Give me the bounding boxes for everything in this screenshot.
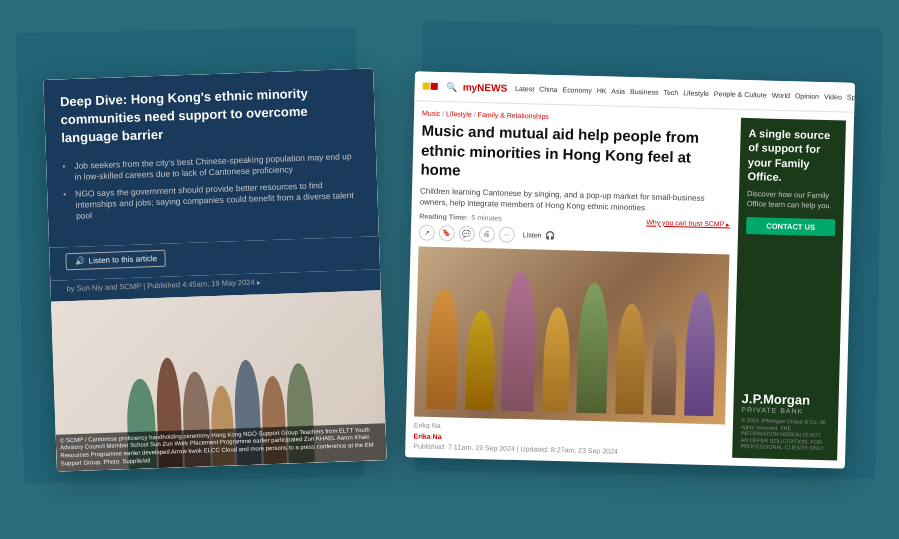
- breadcrumb-lifestyle[interactable]: Lifestyle: [446, 110, 472, 118]
- article-subtitle: Children learning Cantonese by singing, …: [419, 185, 730, 216]
- article-image: [414, 246, 729, 424]
- listen-label: Listen to this article: [88, 253, 157, 264]
- ad-box: A single source of support for your Fami…: [732, 117, 846, 460]
- ad-headline: A single source of support for your Fami…: [747, 126, 837, 185]
- nav-asia[interactable]: Asia: [611, 87, 625, 94]
- article-main: Music / Lifestyle / Family & Relationshi…: [413, 109, 733, 457]
- listen-button[interactable]: 🔊 Listen to this article: [65, 249, 166, 269]
- logo-squares: [422, 82, 437, 89]
- bookmark-icon[interactable]: 🔖: [438, 224, 454, 240]
- listen-text[interactable]: Listen: [522, 231, 541, 238]
- left-card-bullets: Job seekers from the city's best Chinese…: [61, 147, 361, 225]
- article-title: Music and mutual aid help people from et…: [420, 120, 732, 187]
- nav-brand: myNEWS: [462, 81, 507, 93]
- print-icon[interactable]: 🖨: [478, 225, 494, 241]
- nav-economy[interactable]: Economy: [562, 86, 591, 94]
- left-card-image: © SCMP / Cantonese proficiency handholdi…: [51, 290, 387, 471]
- ad-sub: Discover how our Family Office team can …: [746, 189, 835, 211]
- child-7: [651, 319, 677, 415]
- byline-text: by Sun Niy and SCMP | Published 4:45am, …: [66, 277, 260, 293]
- nav-links: Latest China Economy HK Asia Business Te…: [515, 84, 855, 102]
- nav-people[interactable]: People & Culture: [713, 90, 766, 98]
- main-container: Deep Dive: Hong Kong's ethnic minority c…: [10, 54, 890, 486]
- nav-opinion[interactable]: Opinion: [794, 92, 818, 100]
- ad-bank-info: J.P.Morgan PRIVATE BANK © 2024 JPMorgan …: [740, 390, 831, 451]
- perf-stage: [414, 246, 729, 424]
- left-card-title: Deep Dive: Hong Kong's ethnic minority c…: [59, 83, 359, 148]
- headphone-icon: 🎧: [544, 231, 554, 240]
- nav-china[interactable]: China: [539, 85, 557, 92]
- comment-icon[interactable]: 💬: [458, 225, 474, 241]
- nav-latest[interactable]: Latest: [515, 84, 534, 91]
- action-icons: ↗ 🔖 💬 🖨 ⋯ Listen 🎧: [418, 224, 729, 248]
- reading-time-value: 5 minutes: [471, 214, 502, 222]
- breadcrumb-family[interactable]: Family & Relationships: [477, 111, 548, 120]
- nav-video[interactable]: Video: [823, 93, 841, 100]
- contact-us-button[interactable]: CONTACT US: [745, 216, 834, 235]
- search-icon[interactable]: 🔍: [445, 81, 456, 91]
- speaker-icon: 🔊: [74, 256, 84, 265]
- nav-hk[interactable]: HK: [596, 87, 606, 94]
- child-2: [465, 309, 496, 410]
- child-3: [501, 270, 537, 411]
- nav-world[interactable]: World: [771, 91, 789, 98]
- article-sidebar: A single source of support for your Fami…: [732, 117, 846, 460]
- share-icon[interactable]: ↗: [418, 224, 434, 240]
- byline-name[interactable]: Erika Na: [413, 432, 441, 440]
- child-1: [426, 288, 459, 409]
- child-6: [614, 303, 645, 414]
- bank-name: J.P.Morgan: [741, 390, 830, 407]
- child-5: [576, 282, 609, 413]
- more-icon[interactable]: ⋯: [498, 226, 514, 242]
- right-card: 🔍 myNEWS Latest China Economy HK Asia Bu…: [405, 71, 855, 468]
- nav-sport[interactable]: Sport: [846, 93, 854, 100]
- logo-sq-yellow: [422, 82, 429, 89]
- nav-lifestyle[interactable]: Lifestyle: [683, 89, 709, 97]
- article-content: Music / Lifestyle / Family & Relationshi…: [405, 101, 854, 468]
- nav-business[interactable]: Business: [629, 87, 658, 95]
- nav-tech[interactable]: Tech: [663, 88, 678, 95]
- reading-time-label: Reading Time:: [419, 212, 467, 220]
- child-4: [542, 306, 571, 412]
- ad-disclaimer: © 2024 JPMorgan Chase & Co. All rights r…: [740, 416, 830, 451]
- left-card: Deep Dive: Hong Kong's ethnic minority c…: [43, 68, 386, 471]
- child-8: [683, 290, 715, 416]
- why-link[interactable]: Why you can trust SCMP ▸: [646, 218, 730, 228]
- breadcrumb-music[interactable]: Music: [421, 109, 439, 116]
- left-card-header: Deep Dive: Hong Kong's ethnic minority c…: [43, 68, 379, 247]
- logo-sq-red: [430, 82, 437, 89]
